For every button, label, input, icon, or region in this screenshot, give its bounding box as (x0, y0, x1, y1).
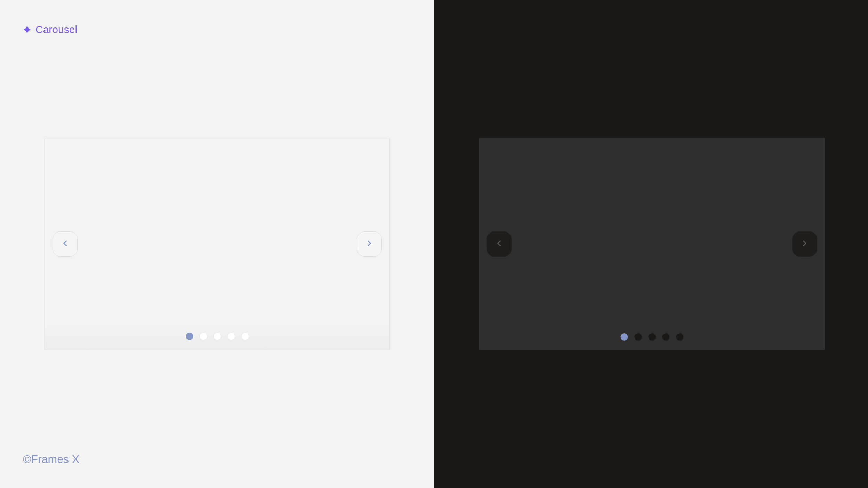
chevron-right-icon (800, 238, 810, 250)
main-container: Carousel (0, 0, 868, 488)
copyright-footer: ©Frames X (23, 453, 79, 466)
dot-3[interactable] (214, 333, 221, 340)
dot-dark-4[interactable] (662, 333, 669, 341)
chevron-left-icon (60, 238, 70, 250)
carousel-dark (479, 138, 825, 350)
next-button-dark[interactable] (792, 231, 817, 257)
component-title: Carousel (35, 24, 77, 35)
pagination-dots (186, 333, 249, 340)
dot-1[interactable] (186, 333, 193, 340)
dot-dark-2[interactable] (634, 333, 642, 341)
dot-dark-5[interactable] (676, 333, 683, 341)
chevron-left-icon (494, 238, 504, 250)
dot-5[interactable] (241, 333, 249, 340)
next-button[interactable] (357, 231, 382, 257)
prev-button-dark[interactable] (487, 231, 512, 257)
component-header: Carousel (23, 24, 77, 35)
dot-4[interactable] (227, 333, 235, 340)
dark-panel (434, 0, 868, 488)
dot-dark-3[interactable] (648, 333, 656, 341)
light-panel: Carousel (0, 0, 434, 488)
chevron-right-icon (364, 238, 374, 250)
diamond-icon (23, 25, 31, 34)
dot-2[interactable] (200, 333, 207, 340)
prev-button[interactable] (53, 231, 78, 257)
pagination-dots-dark (620, 333, 683, 341)
carousel-light (44, 138, 390, 350)
dot-dark-1[interactable] (620, 333, 628, 341)
